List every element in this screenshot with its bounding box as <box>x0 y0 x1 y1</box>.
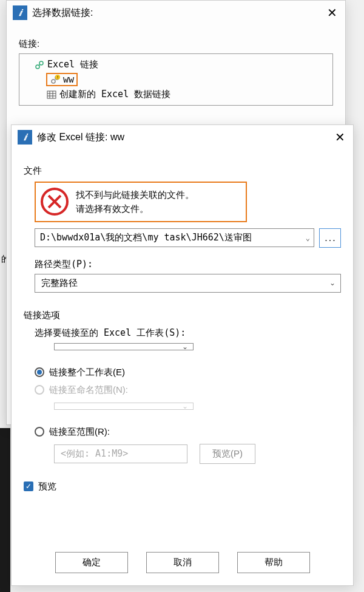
radio-named-range: 链接至命名范围(N): <box>35 384 341 396</box>
chevron-down-icon[interactable]: ⌄ <box>329 279 335 287</box>
error-line2: 请选择有效文件。 <box>76 202 194 216</box>
tree-item-label: ww <box>63 74 74 85</box>
dialog-footer: 确定 取消 帮助 <box>12 546 353 579</box>
dialog-content: 链接: Excel 链接 ! ww 创建新的 E <box>7 25 345 118</box>
range-row: <例如: A1:M9> 预览(P) <box>54 444 341 464</box>
tree-root-excel[interactable]: Excel 链接 <box>22 58 330 72</box>
close-icon[interactable]: ✕ <box>332 130 347 145</box>
link-warning-icon: ! <box>50 75 61 84</box>
titlebar: ⅈ 修改 Excel 链接: ww ✕ <box>12 125 353 149</box>
svg-line-2 <box>39 64 40 66</box>
svg-point-3 <box>52 80 55 83</box>
ok-button[interactable]: 确定 <box>55 552 128 573</box>
link-tree: Excel 链接 ! ww 创建新的 Excel 数据链接 <box>19 53 333 106</box>
preview-button: 预览(P) <box>200 444 255 464</box>
app-icon: ⅈ <box>13 5 27 20</box>
preview-checkbox-label: 预览 <box>38 481 56 492</box>
help-button[interactable]: 帮助 <box>237 552 310 573</box>
radio-icon <box>35 385 44 395</box>
radio-whole-sheet[interactable]: 链接整个工作表(E) <box>35 367 341 378</box>
modify-excel-link-dialog: ⅈ 修改 Excel 链接: ww ✕ 文件 找不到与此链接关联的文件。 请选择… <box>11 124 354 586</box>
titlebar: ⅈ 选择数据链接: ✕ <box>7 1 345 25</box>
app-icon: ⅈ <box>18 130 32 145</box>
error-text: 找不到与此链接关联的文件。 请选择有效文件。 <box>76 188 194 216</box>
tree-item-create-new[interactable]: 创建新的 Excel 数据链接 <box>22 87 330 101</box>
radio-label: 链接整个工作表(E) <box>49 367 125 378</box>
background-strip <box>0 428 10 592</box>
link-options-label: 链接选项 <box>24 310 341 321</box>
file-path-input[interactable]: D:\bwwdx01a\我的文档\my task\JH662\送审图 ⌄ <box>35 228 314 247</box>
link-label: 链接: <box>19 38 333 50</box>
tree-root-label: Excel 链接 <box>47 59 98 70</box>
radio-label: 链接至命名范围(N): <box>49 384 128 396</box>
dialog-title: 修改 Excel 链接: ww <box>37 131 332 144</box>
close-icon[interactable]: ✕ <box>325 5 339 20</box>
tree-item-ww[interactable]: ! ww <box>22 72 330 87</box>
range-input[interactable]: <例如: A1:M9> <box>54 444 187 463</box>
browse-button[interactable]: ... <box>319 228 341 248</box>
checkbox-checked-icon: ✓ <box>24 481 33 491</box>
cancel-button[interactable]: 取消 <box>146 552 219 573</box>
radio-cell-range[interactable]: 链接至范围(R): <box>35 426 341 438</box>
radio-label: 链接至范围(R): <box>49 426 110 438</box>
error-line1: 找不到与此链接关联的文件。 <box>76 188 194 202</box>
sheet-select-label: 选择要链接至的 Excel 工作表(S): <box>35 327 341 339</box>
path-type-select[interactable]: 完整路径 ⌄ <box>35 274 341 293</box>
error-icon <box>41 188 69 216</box>
tree-item-label: 创建新的 Excel 数据链接 <box>59 89 170 100</box>
chevron-down-icon: ⌄ <box>182 402 188 410</box>
chevron-down-icon[interactable]: ⌄ <box>306 234 310 242</box>
dialog-title: 选择数据链接: <box>32 7 325 19</box>
path-type-value: 完整路径 <box>41 277 78 288</box>
named-range-select: ⌄ <box>54 403 194 410</box>
file-error-box: 找不到与此链接关联的文件。 请选择有效文件。 <box>35 182 247 222</box>
svg-text:!: ! <box>56 75 59 80</box>
file-path-value: D:\bwwdx01a\我的文档\my task\JH662\送审图 <box>40 232 252 243</box>
file-section-label: 文件 <box>24 165 341 177</box>
preview-checkbox-row[interactable]: ✓ 预览 <box>24 481 341 492</box>
radio-icon <box>35 427 44 437</box>
radio-icon <box>35 367 44 377</box>
path-type-label: 路径类型(P): <box>35 259 341 270</box>
file-path-row: D:\bwwdx01a\我的文档\my task\JH662\送审图 ⌄ ... <box>35 228 341 248</box>
svg-rect-7 <box>47 91 56 98</box>
link-icon <box>34 60 45 70</box>
sheet-select[interactable]: ⌄ <box>54 343 194 350</box>
dialog-content: 文件 找不到与此链接关联的文件。 请选择有效文件。 D:\bwwdx01a\我的… <box>12 149 353 505</box>
table-icon <box>46 90 57 100</box>
chevron-down-icon[interactable]: ⌄ <box>182 342 188 351</box>
